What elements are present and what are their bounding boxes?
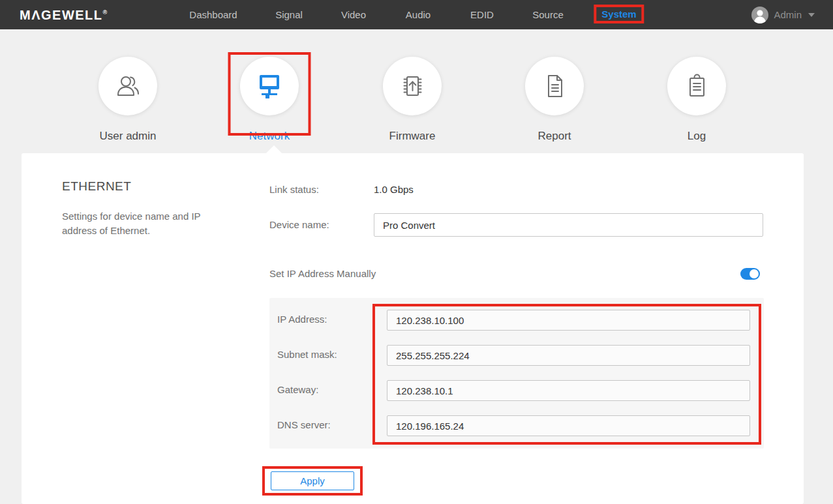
- nav-item-source[interactable]: Source: [532, 0, 564, 29]
- device-name-label: Device name:: [269, 219, 329, 230]
- user-admin-circle: [98, 57, 157, 115]
- nav-item-signal[interactable]: Signal: [275, 0, 303, 29]
- dns-server-input[interactable]: [387, 415, 750, 436]
- subnet-mask-label: Subnet mask:: [277, 349, 337, 360]
- firmware-icon: [398, 72, 427, 100]
- firmware-circle: [383, 57, 442, 115]
- tab-log[interactable]: Log: [626, 57, 768, 143]
- nav-item-edid[interactable]: EDID: [470, 0, 494, 29]
- nav-item-audio[interactable]: Audio: [406, 0, 431, 29]
- brand-logo: MΛGEWELL®: [20, 8, 107, 23]
- avatar-icon: [751, 7, 768, 23]
- nav-item-system-label: System: [601, 8, 636, 20]
- network-icon: [254, 73, 284, 99]
- section-title: ETHERNET: [62, 179, 131, 194]
- registered-mark: ®: [103, 9, 108, 16]
- report-icon: [541, 72, 568, 100]
- brand-logo-text: MΛGEWELL: [20, 8, 103, 22]
- log-icon: [684, 72, 710, 100]
- gateway-label: Gateway:: [277, 384, 318, 395]
- ip-address-input[interactable]: [387, 310, 750, 331]
- link-status-label: Link status:: [269, 184, 319, 195]
- link-status-value: 1.0 Gbps: [374, 184, 414, 195]
- ethernet-panel: ETHERNET Settings for device name and IP…: [22, 153, 804, 504]
- tab-user-admin[interactable]: User admin: [57, 57, 199, 143]
- tab-report-label: Report: [483, 130, 626, 143]
- panel-pointer: [266, 145, 282, 153]
- nav-item-video[interactable]: Video: [341, 0, 366, 29]
- gateway-input[interactable]: [387, 380, 750, 401]
- top-navbar: MΛGEWELL® Dashboard Signal Video Audio E…: [0, 0, 833, 29]
- manual-ip-label: Set IP Address Manually: [269, 268, 376, 279]
- tab-log-label: Log: [626, 130, 768, 143]
- ip-address-label: IP Address:: [277, 314, 327, 325]
- tab-report[interactable]: Report: [483, 57, 626, 143]
- network-circle: [240, 57, 299, 115]
- dns-server-label: DNS server:: [277, 419, 331, 430]
- ip-settings-group: IP Address: Subnet mask: Gateway: DNS se…: [269, 298, 764, 449]
- subnet-mask-input[interactable]: [387, 345, 750, 366]
- user-menu[interactable]: Admin: [751, 0, 815, 29]
- apply-button[interactable]: Apply: [271, 471, 354, 490]
- chevron-down-icon: [808, 13, 815, 17]
- log-circle: [667, 57, 726, 115]
- nav-item-dashboard[interactable]: Dashboard: [189, 0, 237, 29]
- toggle-knob: [750, 269, 759, 278]
- manual-ip-toggle[interactable]: [740, 268, 760, 280]
- tab-network-label: Network: [198, 130, 341, 143]
- tab-user-admin-label: User admin: [57, 130, 199, 143]
- annotation-box-system: System: [594, 5, 644, 23]
- system-tabs-row: User admin Network: [0, 29, 833, 153]
- users-icon: [113, 72, 143, 100]
- user-name: Admin: [774, 9, 802, 20]
- tab-firmware-label: Firmware: [341, 130, 483, 143]
- tab-network[interactable]: Network: [198, 57, 341, 143]
- report-circle: [525, 57, 584, 115]
- section-description: Settings for device name and IP address …: [62, 209, 212, 238]
- tab-firmware[interactable]: Firmware: [341, 57, 483, 143]
- device-name-input[interactable]: [374, 213, 763, 237]
